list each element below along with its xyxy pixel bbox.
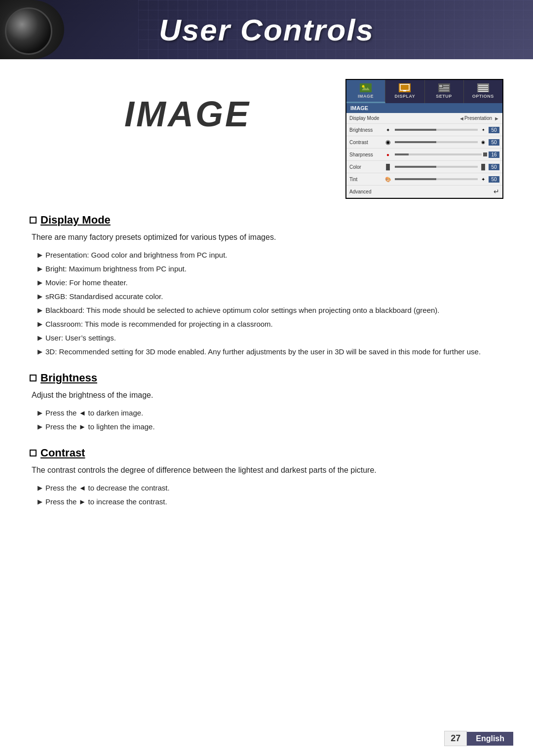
osd-left-arrow: ◄ [459,115,464,121]
color-right-icon: ▐▌ [479,163,487,171]
list-item: ▶ Presentation: Good color and brightnes… [38,249,503,261]
svg-rect-10 [439,88,449,89]
osd-section-header: IMAGE [346,103,502,113]
display-tab-icon [398,83,412,93]
osd-advanced-label: Advanced [349,189,384,194]
contrast-icon: ◉ [384,138,392,146]
osd-sharpness-value: 16 [489,151,499,158]
bullet-arrow-icon: ▶ [38,483,42,493]
osd-tint-label: Tint [349,177,384,182]
osd-menu: IMAGE DISPLAY [345,79,503,199]
contrast-title-icon [30,450,37,456]
bullet-arrow-icon: ▶ [38,319,42,330]
display-mode-list: ▶ Presentation: Good color and brightnes… [30,249,503,358]
list-item: ▶ Blackboard: This mode should be select… [38,304,503,316]
tint-icon: 🎨 [384,175,392,183]
contrast-section: Contrast The contrast controls the degre… [30,447,503,508]
list-item: ▶ User: User’s settings. [38,332,503,344]
svg-rect-16 [478,91,488,92]
osd-brightness-value: 50 [489,127,499,133]
setup-tab-icon [437,83,451,93]
sharpness-right-icon [483,152,487,156]
osd-color-slider [393,166,479,168]
bullet-arrow-icon: ▶ [38,264,42,274]
footer: 27 English [444,731,513,746]
osd-tint-slider [393,178,479,180]
osd-sharpness-label: Sharpness [349,152,384,157]
osd-color-label: Color [349,164,384,170]
sharpness-icon: ● [384,151,392,158]
brightness-title-icon [30,375,37,381]
list-item: ▶ Press the ► to increase the contrast. [38,496,503,508]
display-mode-desc: There are many factory presets optimized… [30,231,503,243]
header-grid-bg [138,0,533,59]
list-item: ▶ sRGB: Standardised accurate color. [38,291,503,302]
osd-contrast-label: Contrast [349,140,384,145]
image-section-title: IMAGE [124,94,251,134]
list-item: ▶ Press the ► to lighten the image. [38,421,503,433]
osd-tab-options[interactable]: OPTIONS [464,80,502,103]
language-label: English [467,732,513,746]
contrast-right-icon: ◉ [479,138,487,146]
osd-tab-image-label: IMAGE [358,94,374,99]
list-item: ▶ Press the ◄ to decrease the contrast. [38,482,503,494]
osd-color-value: 50 [489,164,499,170]
svg-rect-9 [443,87,449,88]
lens-graphic [0,0,64,59]
osd-right-arrow: ► [494,115,499,121]
display-mode-section: Display Mode There are many factory pres… [30,214,503,358]
osd-row-brightness: Brightness ✦ ✦ 50 [346,124,502,136]
image-title-container: IMAGE [30,74,345,134]
display-mode-title-icon [30,217,37,224]
options-tab-icon [476,83,490,93]
osd-tab-image[interactable]: IMAGE [346,80,385,103]
osd-row-display-mode: Display Mode ◄ Presentation ► [346,113,502,124]
osd-rows: Display Mode ◄ Presentation ► Brightness… [346,113,502,198]
list-item: ▶ Movie: For home theater. [38,277,503,289]
svg-rect-0 [360,83,372,92]
brightness-icon: ✦ [384,126,392,134]
osd-contrast-slider [393,141,479,143]
osd-row-color: Color ▐▌ ▐▌ 50 [346,161,502,173]
osd-brightness-slider [393,129,479,131]
bullet-arrow-icon: ▶ [38,305,42,316]
osd-tint-value: 50 [489,176,499,183]
svg-rect-13 [478,85,488,86]
osd-tab-options-label: OPTIONS [472,94,494,99]
osd-contrast-value: 50 [489,139,499,146]
osd-enter-icon: ↵ [494,188,499,195]
tint-right-icon: ✦ [479,175,487,183]
bullet-arrow-icon: ▶ [38,278,42,288]
brightness-right-icon: ✦ [479,126,487,134]
list-item: ▶ 3D: Recommended setting for 3D mode en… [38,346,503,358]
image-tab-icon [359,83,373,93]
display-mode-title: Display Mode [30,214,503,227]
top-section: IMAGE IMAGE [30,74,503,199]
osd-row-advanced: Advanced ↵ [346,186,502,198]
main-content: IMAGE IMAGE [0,59,533,551]
osd-tabs: IMAGE DISPLAY [346,80,502,103]
svg-rect-11 [439,90,449,91]
osd-brightness-label: Brightness [349,127,384,133]
contrast-title: Contrast [30,447,503,459]
bullet-arrow-icon: ▶ [38,292,42,302]
svg-rect-8 [443,85,449,86]
brightness-desc: Adjust the brightness of the image. [30,389,503,401]
osd-tab-display-label: DISPLAY [395,94,416,99]
contrast-list: ▶ Press the ◄ to decrease the contrast. … [30,482,503,508]
osd-row-sharpness: Sharpness ● 16 [346,149,502,161]
osd-display-mode-label: Display Mode [349,115,459,121]
brightness-title: Brightness [30,372,503,384]
page-header: User Controls [0,0,533,59]
svg-rect-14 [478,87,488,88]
bullet-arrow-icon: ▶ [38,497,42,507]
bullet-arrow-icon: ▶ [38,408,42,418]
list-item: ▶ Press the ◄ to darken image. [38,407,503,419]
bullet-arrow-icon: ▶ [38,333,42,343]
svg-rect-7 [439,85,442,87]
osd-tab-setup[interactable]: SETUP [425,80,464,103]
bullet-arrow-icon: ▶ [38,422,42,432]
page-number: 27 [444,731,467,746]
osd-tab-display[interactable]: DISPLAY [385,80,424,103]
svg-rect-15 [478,89,488,90]
